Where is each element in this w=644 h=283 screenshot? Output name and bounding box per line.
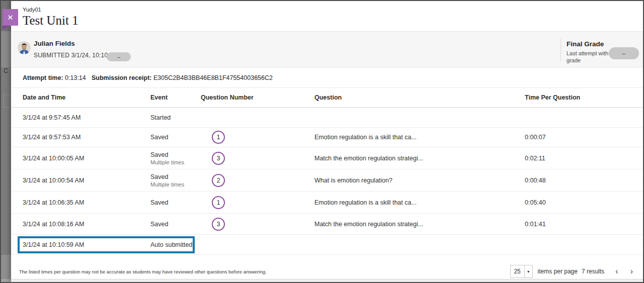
- table-row[interactable]: 3/1/24 at 10:00:05 AM Saved Multiple tim…: [11, 147, 643, 169]
- attempt-meta-row: Attempt time: 0:13:14 Submission receipt…: [11, 68, 643, 88]
- previous-page-icon[interactable]: ‹: [613, 266, 620, 276]
- cell-event: Saved: [150, 151, 201, 158]
- col-header-date-time: Date and Time: [23, 94, 150, 101]
- pagination: 25 ▼ items per page 7 results ‹ ›: [510, 265, 635, 278]
- close-button-ribbon-fold: [3, 26, 10, 30]
- submission-timestamp: SUBMITTED 3/1/24, 10:10 AM: [34, 52, 119, 59]
- col-header-event: Event: [150, 94, 201, 101]
- cell-datetime: 3/1/24 at 10:00:54 AM: [23, 177, 150, 184]
- col-header-question-number: Question Number: [201, 94, 314, 101]
- col-header-question: Question: [314, 94, 525, 101]
- page-size-value: 25: [511, 265, 524, 277]
- background-band: C: [1, 31, 11, 67]
- cell-question: Match the emotion regulation strategi...: [314, 155, 525, 162]
- avatar-image: [18, 41, 31, 54]
- page-size-select[interactable]: 25 ▼: [510, 265, 533, 278]
- cell-event-subtext: Multiple times: [150, 159, 201, 165]
- cell-question: Emotion regulation is a skill that ca...: [314, 134, 525, 141]
- cell-time: 0:02:11: [525, 155, 643, 162]
- attempt-time-value: 0:13:14: [65, 74, 86, 81]
- student-name: Julian Fields: [34, 40, 75, 47]
- panel-bottom-strip: [11, 279, 643, 283]
- cell-time: 0:00:07: [525, 134, 643, 141]
- background-footer-strip: [1, 279, 11, 283]
- cell-event: Saved: [150, 173, 201, 180]
- dimmed-background-page: C: [1, 1, 11, 282]
- cell-question: What is emotion regulation?: [314, 177, 525, 184]
- cell-event: Started: [150, 114, 201, 121]
- cell-datetime: 3/1/24 at 9:57:45 AM: [23, 114, 150, 121]
- cell-time: 0:00:48: [525, 177, 643, 184]
- question-number-badge: 3: [212, 218, 225, 231]
- table-row[interactable]: 3/1/24 at 9:57:53 AM Saved 1 Emotion reg…: [11, 128, 643, 147]
- student-summary-bar: Julian Fields SUBMITTED 3/1/24, 10:10 AM…: [11, 32, 643, 68]
- final-grade-section: Final Grade Last attempt with a grade --: [560, 32, 643, 67]
- submission-receipt-value: E305C2B4B3BB46E8B1F47554003656C2: [153, 74, 273, 81]
- cell-datetime: 3/1/24 at 10:00:05 AM: [23, 155, 150, 162]
- course-id: Yudy01: [23, 7, 643, 13]
- background-page-text: C: [4, 67, 8, 74]
- results-count: 7 results: [582, 268, 604, 275]
- question-number-badge: 1: [212, 131, 225, 144]
- attempt-time: Attempt time: 0:13:14: [23, 74, 92, 81]
- close-panel-button[interactable]: ✕: [3, 9, 18, 26]
- page-title: Test Unit 1: [23, 14, 643, 28]
- question-number-badge: 1: [212, 196, 225, 209]
- cell-question: Match the emotion regulation strategi...: [314, 221, 525, 228]
- cell-event: Auto submitted: [150, 241, 201, 248]
- table-header-row: Date and Time Event Question Number Ques…: [11, 88, 643, 108]
- cell-datetime: 3/1/24 at 10:06:35 AM: [23, 199, 150, 206]
- background-button-edge: [3, 95, 11, 108]
- submission-receipt: Submission receipt: E305C2B4B3BB46E8B1F4…: [92, 74, 273, 81]
- close-icon: ✕: [7, 14, 14, 21]
- attempt-grade-pill[interactable]: --: [107, 52, 131, 61]
- table-row[interactable]: 3/1/24 at 10:08:16 AM Saved 3 Match the …: [11, 214, 643, 235]
- col-header-time-per-question: Time Per Question: [525, 94, 643, 101]
- event-log-table: Date and Time Event Question Number Ques…: [11, 88, 643, 255]
- submission-receipt-label: Submission receipt:: [92, 74, 151, 81]
- submission-panel: Yudy01 Test Unit 1 Julian Fields: [11, 1, 643, 282]
- table-row[interactable]: 3/1/24 at 10:00:54 AM Saved Multiple tim…: [11, 169, 643, 192]
- cell-datetime: 3/1/24 at 10:08:16 AM: [23, 221, 150, 228]
- cell-question: Emotion regulation is a skill that ca...: [314, 199, 525, 206]
- question-number-badge: 2: [212, 174, 225, 187]
- cell-event: Saved: [150, 199, 201, 206]
- dropdown-arrow-icon: ▼: [524, 265, 532, 277]
- cell-event: Saved: [150, 221, 201, 228]
- final-grade-label: Final Grade: [567, 40, 604, 48]
- table-footer: The listed times per question may not be…: [11, 255, 643, 279]
- question-number-badge: 3: [212, 152, 225, 165]
- cell-time: 0:01:41: [525, 221, 643, 228]
- cell-datetime: 3/1/24 at 9:57:53 AM: [23, 134, 150, 141]
- cell-event: Saved: [150, 134, 201, 141]
- attempt-time-label: Attempt time:: [23, 74, 63, 81]
- panel-header: Yudy01 Test Unit 1: [11, 1, 643, 32]
- items-per-page-label: items per page: [538, 268, 578, 275]
- table-row[interactable]: 3/1/24 at 9:57:45 AM Started: [11, 108, 643, 128]
- student-avatar: [18, 41, 31, 54]
- cell-datetime: 3/1/24 at 10:10:59 AM: [23, 241, 150, 248]
- cell-event-subtext: Multiple times: [150, 181, 201, 187]
- final-grade-pill[interactable]: --: [609, 47, 639, 59]
- background-lower-strip: [1, 255, 11, 279]
- table-row[interactable]: 3/1/24 at 10:06:35 AM Saved 1 Emotion re…: [11, 192, 643, 214]
- table-row-focused[interactable]: 3/1/24 at 10:10:59 AM Auto submitted: [11, 235, 643, 255]
- submission-log-screen: C ✕ Yudy01 Test Unit 1: [0, 0, 644, 283]
- next-page-icon[interactable]: ›: [628, 266, 635, 276]
- cell-time: 0:05:40: [525, 199, 643, 206]
- accuracy-note: The listed times per question may not be…: [19, 269, 267, 274]
- final-grade-divider: [560, 39, 561, 61]
